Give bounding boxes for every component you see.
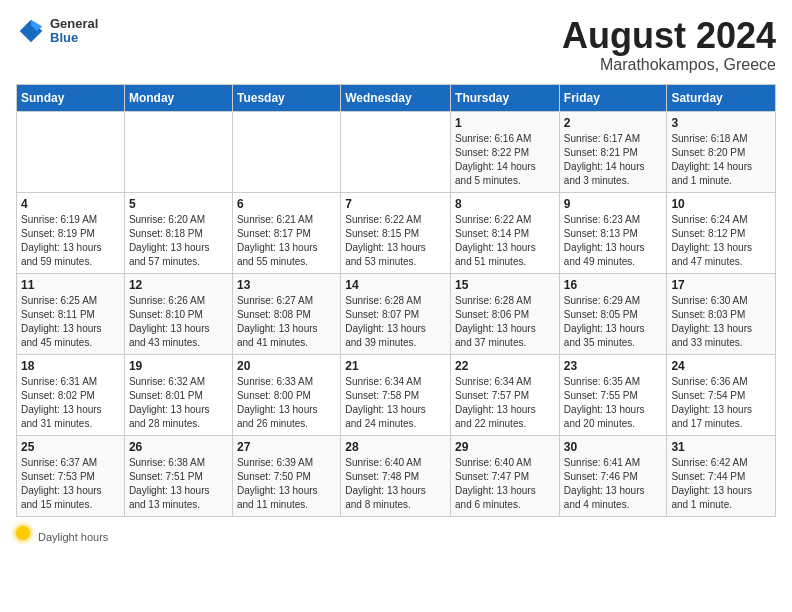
logo-blue: Blue: [50, 31, 98, 45]
day-info: Sunrise: 6:22 AM Sunset: 8:14 PM Dayligh…: [455, 213, 555, 269]
day-info: Sunrise: 6:27 AM Sunset: 8:08 PM Dayligh…: [237, 294, 336, 350]
calendar-cell: 23Sunrise: 6:35 AM Sunset: 7:55 PM Dayli…: [559, 354, 667, 435]
day-number: 29: [455, 440, 555, 454]
day-number: 15: [455, 278, 555, 292]
day-number: 13: [237, 278, 336, 292]
day-number: 8: [455, 197, 555, 211]
day-info: Sunrise: 6:30 AM Sunset: 8:03 PM Dayligh…: [671, 294, 771, 350]
calendar-cell: [124, 111, 232, 192]
day-number: 19: [129, 359, 228, 373]
calendar-cell: 20Sunrise: 6:33 AM Sunset: 8:00 PM Dayli…: [232, 354, 340, 435]
day-number: 20: [237, 359, 336, 373]
footer: Daylight hours: [16, 523, 776, 543]
day-info: Sunrise: 6:31 AM Sunset: 8:02 PM Dayligh…: [21, 375, 120, 431]
day-number: 2: [564, 116, 663, 130]
day-number: 10: [671, 197, 771, 211]
daylight-label: Daylight hours: [34, 531, 108, 543]
day-info: Sunrise: 6:40 AM Sunset: 7:48 PM Dayligh…: [345, 456, 446, 512]
day-info: Sunrise: 6:23 AM Sunset: 8:13 PM Dayligh…: [564, 213, 663, 269]
day-info: Sunrise: 6:34 AM Sunset: 7:58 PM Dayligh…: [345, 375, 446, 431]
calendar-cell: 5Sunrise: 6:20 AM Sunset: 8:18 PM Daylig…: [124, 192, 232, 273]
day-info: Sunrise: 6:36 AM Sunset: 7:54 PM Dayligh…: [671, 375, 771, 431]
calendar-cell: 8Sunrise: 6:22 AM Sunset: 8:14 PM Daylig…: [451, 192, 560, 273]
day-number: 1: [455, 116, 555, 130]
day-number: 11: [21, 278, 120, 292]
day-number: 22: [455, 359, 555, 373]
calendar-cell: 22Sunrise: 6:34 AM Sunset: 7:57 PM Dayli…: [451, 354, 560, 435]
calendar-cell: 10Sunrise: 6:24 AM Sunset: 8:12 PM Dayli…: [667, 192, 776, 273]
calendar-cell: [232, 111, 340, 192]
page-header: General Blue August 2024 Marathokampos, …: [16, 16, 776, 74]
day-number: 4: [21, 197, 120, 211]
calendar-cell: 31Sunrise: 6:42 AM Sunset: 7:44 PM Dayli…: [667, 435, 776, 516]
calendar-cell: 17Sunrise: 6:30 AM Sunset: 8:03 PM Dayli…: [667, 273, 776, 354]
calendar-week-row: 1Sunrise: 6:16 AM Sunset: 8:22 PM Daylig…: [17, 111, 776, 192]
calendar-cell: 6Sunrise: 6:21 AM Sunset: 8:17 PM Daylig…: [232, 192, 340, 273]
calendar-cell: 3Sunrise: 6:18 AM Sunset: 8:20 PM Daylig…: [667, 111, 776, 192]
title-block: August 2024 Marathokampos, Greece: [562, 16, 776, 74]
day-info: Sunrise: 6:26 AM Sunset: 8:10 PM Dayligh…: [129, 294, 228, 350]
day-info: Sunrise: 6:37 AM Sunset: 7:53 PM Dayligh…: [21, 456, 120, 512]
logo-icon: [16, 16, 46, 46]
day-info: Sunrise: 6:24 AM Sunset: 8:12 PM Dayligh…: [671, 213, 771, 269]
day-info: Sunrise: 6:40 AM Sunset: 7:47 PM Dayligh…: [455, 456, 555, 512]
logo: General Blue: [16, 16, 98, 46]
day-info: Sunrise: 6:19 AM Sunset: 8:19 PM Dayligh…: [21, 213, 120, 269]
calendar-cell: 13Sunrise: 6:27 AM Sunset: 8:08 PM Dayli…: [232, 273, 340, 354]
day-number: 6: [237, 197, 336, 211]
logo-general: General: [50, 17, 98, 31]
day-number: 16: [564, 278, 663, 292]
calendar-cell: 9Sunrise: 6:23 AM Sunset: 8:13 PM Daylig…: [559, 192, 667, 273]
calendar-cell: 7Sunrise: 6:22 AM Sunset: 8:15 PM Daylig…: [341, 192, 451, 273]
day-number: 12: [129, 278, 228, 292]
day-number: 27: [237, 440, 336, 454]
calendar-week-row: 25Sunrise: 6:37 AM Sunset: 7:53 PM Dayli…: [17, 435, 776, 516]
day-info: Sunrise: 6:21 AM Sunset: 8:17 PM Dayligh…: [237, 213, 336, 269]
day-info: Sunrise: 6:16 AM Sunset: 8:22 PM Dayligh…: [455, 132, 555, 188]
calendar-cell: 4Sunrise: 6:19 AM Sunset: 8:19 PM Daylig…: [17, 192, 125, 273]
day-info: Sunrise: 6:38 AM Sunset: 7:51 PM Dayligh…: [129, 456, 228, 512]
day-number: 3: [671, 116, 771, 130]
weekday-header: Sunday: [17, 84, 125, 111]
day-info: Sunrise: 6:17 AM Sunset: 8:21 PM Dayligh…: [564, 132, 663, 188]
calendar-cell: 16Sunrise: 6:29 AM Sunset: 8:05 PM Dayli…: [559, 273, 667, 354]
day-info: Sunrise: 6:33 AM Sunset: 8:00 PM Dayligh…: [237, 375, 336, 431]
calendar-cell: [341, 111, 451, 192]
day-info: Sunrise: 6:32 AM Sunset: 8:01 PM Dayligh…: [129, 375, 228, 431]
weekday-header: Tuesday: [232, 84, 340, 111]
calendar-week-row: 18Sunrise: 6:31 AM Sunset: 8:02 PM Dayli…: [17, 354, 776, 435]
weekday-header: Saturday: [667, 84, 776, 111]
calendar-cell: 11Sunrise: 6:25 AM Sunset: 8:11 PM Dayli…: [17, 273, 125, 354]
calendar-cell: 21Sunrise: 6:34 AM Sunset: 7:58 PM Dayli…: [341, 354, 451, 435]
calendar-cell: 2Sunrise: 6:17 AM Sunset: 8:21 PM Daylig…: [559, 111, 667, 192]
day-info: Sunrise: 6:22 AM Sunset: 8:15 PM Dayligh…: [345, 213, 446, 269]
day-info: Sunrise: 6:39 AM Sunset: 7:50 PM Dayligh…: [237, 456, 336, 512]
day-number: 25: [21, 440, 120, 454]
day-info: Sunrise: 6:28 AM Sunset: 8:07 PM Dayligh…: [345, 294, 446, 350]
calendar-cell: 12Sunrise: 6:26 AM Sunset: 8:10 PM Dayli…: [124, 273, 232, 354]
day-number: 18: [21, 359, 120, 373]
calendar-week-row: 4Sunrise: 6:19 AM Sunset: 8:19 PM Daylig…: [17, 192, 776, 273]
calendar-cell: 30Sunrise: 6:41 AM Sunset: 7:46 PM Dayli…: [559, 435, 667, 516]
day-number: 21: [345, 359, 446, 373]
day-number: 17: [671, 278, 771, 292]
day-number: 7: [345, 197, 446, 211]
calendar-cell: 14Sunrise: 6:28 AM Sunset: 8:07 PM Dayli…: [341, 273, 451, 354]
calendar-cell: 27Sunrise: 6:39 AM Sunset: 7:50 PM Dayli…: [232, 435, 340, 516]
calendar-cell: [17, 111, 125, 192]
page-subtitle: Marathokampos, Greece: [562, 56, 776, 74]
day-info: Sunrise: 6:42 AM Sunset: 7:44 PM Dayligh…: [671, 456, 771, 512]
logo-text: General Blue: [50, 17, 98, 46]
calendar-cell: 28Sunrise: 6:40 AM Sunset: 7:48 PM Dayli…: [341, 435, 451, 516]
calendar-cell: 26Sunrise: 6:38 AM Sunset: 7:51 PM Dayli…: [124, 435, 232, 516]
day-info: Sunrise: 6:20 AM Sunset: 8:18 PM Dayligh…: [129, 213, 228, 269]
day-number: 28: [345, 440, 446, 454]
sun-icon: [16, 526, 30, 540]
day-number: 26: [129, 440, 228, 454]
day-number: 5: [129, 197, 228, 211]
day-info: Sunrise: 6:29 AM Sunset: 8:05 PM Dayligh…: [564, 294, 663, 350]
day-info: Sunrise: 6:25 AM Sunset: 8:11 PM Dayligh…: [21, 294, 120, 350]
page-title: August 2024: [562, 16, 776, 56]
day-number: 24: [671, 359, 771, 373]
day-number: 14: [345, 278, 446, 292]
